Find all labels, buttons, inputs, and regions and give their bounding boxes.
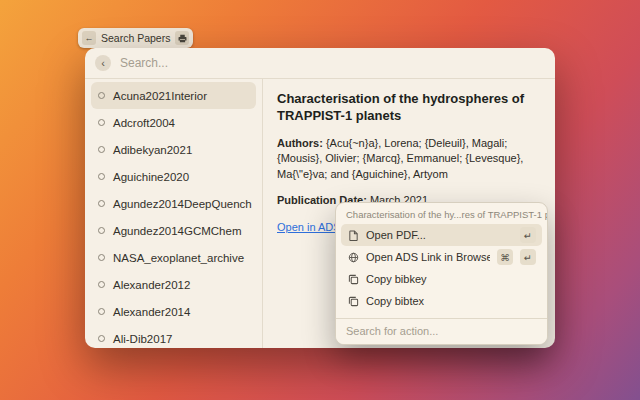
bullet-circle-icon (98, 308, 105, 315)
copy-icon (347, 273, 359, 285)
back-arrow-icon[interactable]: ← (82, 31, 96, 45)
list-item-label: Ali-Dib2017 (113, 333, 172, 345)
action-search-input[interactable]: Search for action... (336, 318, 547, 344)
action-item-label: Open ADS Link in Browser (366, 251, 490, 263)
action-item-label: Open PDF... (366, 229, 513, 241)
paper-list: Acuna2021Interior Adcroft2004 Adibekyan2… (85, 79, 263, 348)
bullet-circle-icon (98, 92, 105, 99)
action-item-label: Copy bibkey (366, 273, 536, 285)
action-item-label: Copy bibtex (366, 295, 536, 307)
copy-icon (347, 295, 359, 307)
window-header: ‹ Search... (85, 48, 555, 79)
paper-authors: Authors: {Acu{~n}a}, Lorena; {Deleuil}, … (277, 136, 541, 182)
bullet-circle-icon (98, 281, 105, 288)
action-item-copy-bibkey[interactable]: Copy bibkey (341, 268, 542, 290)
list-item-label: Adcroft2004 (113, 117, 175, 129)
bullet-circle-icon (98, 254, 105, 261)
list-item-label: NASA_exoplanet_archive (113, 252, 244, 264)
list-item[interactable]: Alexander2014 (91, 298, 256, 325)
list-item[interactable]: Alexander2012 (91, 271, 256, 298)
return-keycap: ↵ (520, 227, 536, 243)
list-item-label: Alexander2012 (113, 279, 190, 291)
list-item[interactable]: Agundez2014DeepQuench (91, 190, 256, 217)
list-item[interactable]: NASA_exoplanet_archive (91, 244, 256, 271)
action-menu-list: Open PDF... ↵ Open ADS Link in Browser ⌘… (336, 224, 547, 318)
list-item-label: Aguichine2020 (113, 171, 189, 183)
breadcrumb-title: Search Papers (101, 32, 170, 44)
bullet-circle-icon (98, 146, 105, 153)
paper-title: Characterisation of the hydrospheres of … (277, 91, 541, 125)
bullet-circle-icon (98, 200, 105, 207)
list-item[interactable]: Agundez2014GCMChem (91, 217, 256, 244)
return-keycap: ↵ (520, 249, 536, 265)
breadcrumb[interactable]: ← Search Papers (78, 28, 193, 48)
back-button[interactable]: ‹ (95, 55, 111, 71)
bullet-circle-icon (98, 335, 105, 342)
command-keycap: ⌘ (497, 249, 513, 265)
list-item[interactable]: Adcroft2004 (91, 109, 256, 136)
list-item[interactable]: Adibekyan2021 (91, 136, 256, 163)
action-menu: Characterisation of the hy...res of TRAP… (335, 202, 548, 345)
list-item-label: Alexander2014 (113, 306, 190, 318)
globe-icon (347, 251, 359, 263)
desktop-background: ← Search Papers ‹ Search... Acuna2021Int… (0, 0, 640, 400)
list-item[interactable]: Ali-Dib2017 (91, 325, 256, 348)
list-item-label: Acuna2021Interior (113, 90, 207, 102)
bullet-circle-icon (98, 227, 105, 234)
action-item-copy-bibtex[interactable]: Copy bibtex (341, 290, 542, 312)
action-item-open-pdf[interactable]: Open PDF... ↵ (341, 224, 542, 246)
search-input[interactable]: Search... (120, 56, 168, 70)
authors-label: Authors: (277, 137, 326, 149)
list-item[interactable]: Acuna2021Interior (91, 82, 256, 109)
bullet-circle-icon (98, 173, 105, 180)
action-item-open-ads-link[interactable]: Open ADS Link in Browser ⌘ ↵ (341, 246, 542, 268)
list-item-label: Adibekyan2021 (113, 144, 192, 156)
list-item[interactable]: Aguichine2020 (91, 163, 256, 190)
open-in-ads-link[interactable]: Open in ADS (277, 221, 341, 233)
bullet-circle-icon (98, 119, 105, 126)
list-item-label: Agundez2014DeepQuench (113, 198, 252, 210)
document-icon (347, 229, 359, 241)
printer-icon (175, 31, 189, 45)
action-menu-header: Characterisation of the hy...res of TRAP… (336, 203, 547, 224)
list-item-label: Agundez2014GCMChem (113, 225, 242, 237)
